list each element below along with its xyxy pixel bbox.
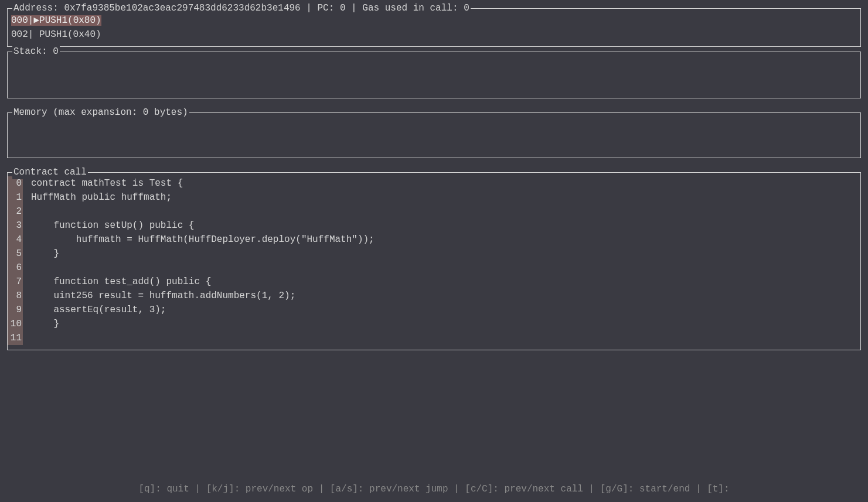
line-text [23, 331, 31, 345]
code-line: 7 function test_add() public { [8, 275, 860, 289]
opcode-line: 002| PUSH1(0x40) [11, 28, 857, 42]
code-line: 2 [8, 204, 860, 218]
line-text: } [23, 317, 59, 331]
contract-code: 0contract mathTest is Test {1HuffMath pu… [8, 175, 860, 345]
line-text: function setUp() public { [23, 218, 194, 233]
line-text [23, 204, 31, 218]
memory-panel: Memory (max expansion: 0 bytes) [7, 112, 861, 158]
line-text: } [23, 247, 59, 261]
line-number: 3 [8, 218, 23, 233]
line-number: 7 [8, 275, 23, 289]
contract-call-title: Contract call [12, 165, 88, 179]
code-line: 4 huffmath = HuffMath(HuffDeployer.deplo… [8, 233, 860, 247]
opcode: 002| PUSH1(0x40) [11, 29, 101, 40]
code-line: 11 [8, 331, 860, 345]
stack-panel: Stack: 0 [7, 52, 861, 98]
line-number: 4 [8, 233, 23, 247]
line-number: 8 [8, 289, 23, 303]
line-text: HuffMath public huffmath; [23, 190, 172, 204]
code-line: 3 function setUp() public { [8, 218, 860, 233]
opcode-line: 000|▶PUSH1(0x80) [11, 13, 857, 28]
line-number: 10 [8, 317, 23, 331]
line-number: 2 [8, 204, 23, 218]
line-text: huffmath = HuffMath(HuffDeployer.deploy(… [23, 233, 375, 247]
code-line: 8 uint256 result = huffmath.addNumbers(1… [8, 289, 860, 303]
code-line: 10 } [8, 317, 860, 331]
line-text: function test_add() public { [23, 275, 211, 289]
code-line: 1HuffMath public huffmath; [8, 190, 860, 204]
code-line: 5 } [8, 247, 860, 261]
code-line: 0contract mathTest is Test { [8, 176, 860, 190]
stack-panel-title: Stack: 0 [12, 45, 60, 59]
memory-panel-title: Memory (max expansion: 0 bytes) [12, 105, 189, 119]
line-number: 1 [8, 190, 23, 204]
line-number: 6 [8, 261, 23, 275]
opcode-list: 000|▶PUSH1(0x80)002| PUSH1(0x40) [8, 11, 860, 42]
keybind-footer: [q]: quit | [k/j]: prev/next op | [a/s]:… [0, 482, 868, 496]
contract-call-panel: Contract call 0contract mathTest is Test… [7, 172, 861, 350]
line-number: 11 [8, 331, 23, 345]
code-line: 9 assertEq(result, 3); [8, 303, 860, 317]
line-text [23, 261, 31, 275]
line-number: 5 [8, 247, 23, 261]
opcode-current: 000|▶PUSH1(0x80) [11, 15, 101, 26]
code-line: 6 [8, 261, 860, 275]
line-number: 9 [8, 303, 23, 317]
address-panel: Address: 0x7fa9385be102ac3eac297483dd623… [7, 8, 861, 47]
address-panel-title: Address: 0x7fa9385be102ac3eac297483dd623… [12, 1, 471, 15]
stack-body [8, 54, 860, 57]
line-text: uint256 result = huffmath.addNumbers(1, … [23, 289, 295, 303]
line-text: assertEq(result, 3); [23, 303, 166, 317]
